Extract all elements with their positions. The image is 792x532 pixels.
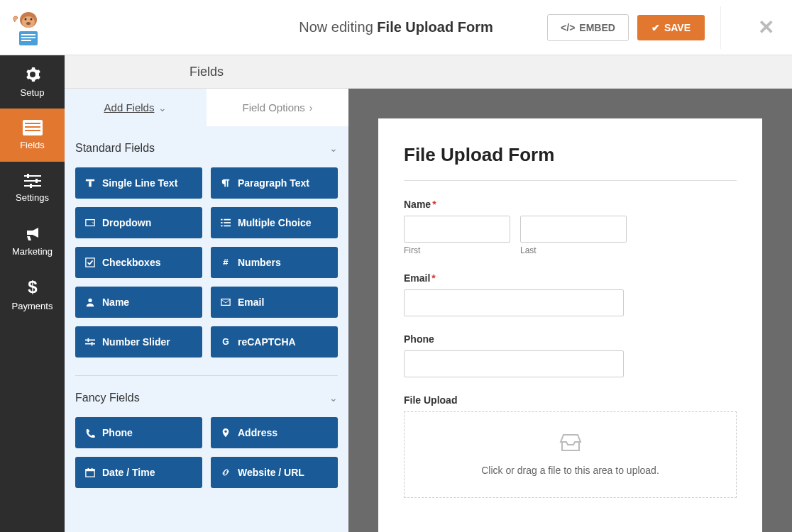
svg-rect-25 [221,222,223,223]
sidebar-item-payments[interactable]: $ Payments [0,268,65,321]
chevron-down-icon: ⌄ [158,102,167,113]
sidebar-label: Fields [20,140,45,150]
svg-rect-18 [30,184,32,188]
sidebar-item-setup[interactable]: Setup [0,55,65,109]
svg-text:$: $ [28,278,38,297]
section-fancy-fields[interactable]: Fancy Fields ⌄ [75,375,338,417]
first-name-input[interactable] [404,216,510,243]
svg-rect-27 [221,226,223,227]
editing-label: Now editing File Upload Form [299,19,493,35]
email-input[interactable] [404,289,624,316]
phone-label: Phone [404,333,737,345]
field-checkboxes[interactable]: Checkboxes [75,247,202,278]
svg-rect-28 [224,226,231,227]
name-label: Name* [404,199,737,210]
link-icon [221,467,231,477]
field-phone-preview[interactable]: Phone [404,333,737,377]
svg-rect-41 [92,468,93,470]
svg-rect-23 [221,219,223,221]
svg-rect-32 [221,299,230,306]
check-icon [85,257,95,267]
hash-icon: # [221,257,231,267]
field-recaptcha[interactable]: GreCAPTCHA [211,326,338,358]
pin-icon [221,428,231,438]
upload-text: Click or drag a file to this area to upl… [426,465,715,476]
svg-rect-13 [24,175,41,177]
field-dropdown[interactable]: Dropdown [75,207,202,238]
sidebar-item-marketing[interactable]: Marketing [0,215,65,268]
sidebar-label: Settings [16,192,49,203]
field-paragraph-text[interactable]: Paragraph Text [211,167,338,199]
field-numbers[interactable]: #Numbers [211,247,338,278]
last-name-input[interactable] [520,216,627,243]
preview-header-bg [348,55,792,89]
save-button[interactable]: ✔ SAVE [637,15,705,40]
google-icon: G [221,337,231,347]
svg-rect-11 [25,126,40,128]
panel-title: Fields [65,55,348,89]
divider [404,180,737,181]
svg-rect-6 [21,34,35,35]
embed-button[interactable]: </> EMBED [547,14,629,41]
svg-rect-26 [224,222,231,223]
field-number-slider[interactable]: Number Slider [75,326,202,358]
svg-rect-24 [224,219,231,221]
field-phone[interactable]: Phone [75,417,202,448]
field-email[interactable]: Email [211,287,338,318]
svg-rect-33 [85,340,95,341]
user-icon [85,297,95,307]
field-upload-preview[interactable]: File Upload Click or drag a file to this… [404,394,737,498]
form-preview: File Upload Form Name* First Last Email* [378,118,762,532]
chevron-down-icon: ⌄ [329,392,338,404]
svg-point-4 [26,22,31,25]
svg-rect-22 [86,220,94,226]
svg-rect-29 [86,258,94,267]
tab-field-options[interactable]: Field Options › [207,89,348,126]
field-date-time[interactable]: Date / Time [75,457,202,488]
upload-dropzone[interactable]: Click or drag a file to this area to upl… [404,411,737,498]
svg-point-3 [31,18,33,21]
field-multiple-choice[interactable]: Multiple Choice [211,207,338,238]
gear-icon [24,66,41,83]
divider [720,6,721,49]
bullhorn-icon [24,226,41,242]
svg-rect-20 [86,179,94,182]
upload-label: File Upload [404,394,737,406]
check-icon: ✔ [651,22,660,33]
chevron-right-icon: › [309,102,313,113]
field-website-url[interactable]: Website / URL [211,457,338,488]
svg-rect-15 [24,185,41,187]
phone-input[interactable] [404,350,624,377]
svg-rect-14 [24,180,41,182]
close-button[interactable]: ✕ [751,16,781,39]
svg-rect-12 [25,130,40,131]
sidebar-item-fields[interactable]: Fields [0,109,65,162]
field-address[interactable]: Address [211,417,338,448]
form-title: File Upload Form [404,144,737,166]
sidebar-item-settings[interactable]: Settings [0,162,65,215]
paragraph-icon [221,178,231,188]
field-single-line-text[interactable]: Single Line Text [75,167,202,199]
tab-add-fields[interactable]: Add Fields ⌄ [65,89,207,126]
section-standard-fields[interactable]: Standard Fields ⌄ [75,126,338,167]
form-icon [23,120,43,135]
dropdown-icon [85,218,95,228]
inbox-icon [426,433,715,456]
field-name-preview[interactable]: Name* First Last [404,199,737,255]
envelope-icon [221,297,231,307]
field-email-preview[interactable]: Email* [404,272,737,316]
slider-icon [85,337,95,347]
svg-rect-34 [85,343,95,345]
sliders-icon [24,174,41,188]
app-logo[interactable] [11,8,46,47]
svg-rect-40 [88,468,89,470]
svg-rect-8 [21,40,31,41]
sidebar: Setup Fields Settings Marketing $ Paymen… [0,55,65,532]
list-icon [221,218,231,228]
svg-point-31 [88,299,92,302]
svg-rect-7 [21,37,35,38]
calendar-icon [85,467,95,477]
field-name[interactable]: Name [75,287,202,318]
code-icon: </> [561,22,575,33]
last-sublabel: Last [520,245,627,255]
